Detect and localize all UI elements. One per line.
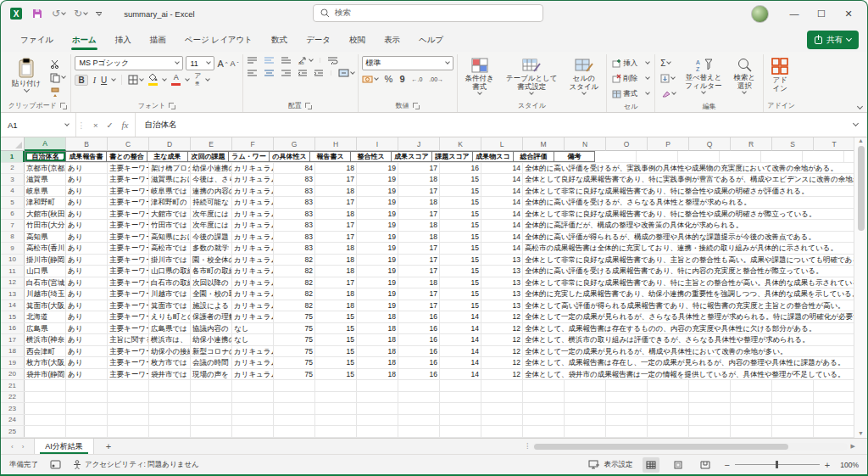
row-header-17[interactable]: 17 bbox=[1, 334, 25, 345]
name-box[interactable]: A1 bbox=[1, 113, 75, 137]
cell-issue[interactable]: 次年度には bbox=[191, 209, 232, 220]
cell-program[interactable]: カリキュラム bbox=[232, 209, 274, 220]
cell-score[interactable]: 14 bbox=[481, 232, 523, 243]
cell-issue[interactable]: 今後の課題 bbox=[191, 232, 232, 243]
cell-score[interactable]: 18 bbox=[315, 209, 357, 220]
close-button[interactable]: ✕ bbox=[835, 2, 862, 25]
row-header-23[interactable]: 23 bbox=[1, 403, 25, 414]
cell-score[interactable]: 82 bbox=[274, 288, 315, 300]
ribbon-tab-2[interactable]: 挿入 bbox=[108, 30, 139, 52]
empty-cell[interactable] bbox=[357, 426, 398, 437]
cell-program[interactable]: カリキュラム bbox=[232, 277, 274, 288]
cell-municipality[interactable]: 北海道 bbox=[25, 311, 66, 322]
vertical-scrollbar[interactable]: ▲ ▼ bbox=[854, 137, 867, 438]
header-cell-8[interactable]: 整合性ス bbox=[350, 151, 392, 162]
increase-decimal-button[interactable]: ←.0 bbox=[412, 76, 423, 82]
cell-score[interactable]: 17 bbox=[315, 277, 357, 288]
cell-program[interactable]: カリキュラム bbox=[232, 346, 274, 357]
column-header-H[interactable]: H bbox=[315, 137, 357, 151]
cell-issue[interactable]: 会議の時間 bbox=[191, 357, 232, 368]
cell-report[interactable]: あり bbox=[66, 334, 108, 345]
column-header-I[interactable]: I bbox=[357, 137, 398, 151]
empty-cell[interactable] bbox=[731, 426, 772, 437]
empty-cell[interactable] bbox=[108, 415, 149, 426]
column-header-S[interactable]: S bbox=[772, 137, 814, 151]
cell-alignment[interactable]: 主要キーワード bbox=[108, 232, 149, 243]
ribbon-tab-5[interactable]: 数式 bbox=[264, 30, 295, 52]
empty-cell[interactable] bbox=[595, 151, 637, 162]
empty-cell[interactable] bbox=[606, 380, 648, 391]
cell-score[interactable]: 17 bbox=[315, 220, 357, 231]
insert-function-icon[interactable]: fx bbox=[122, 120, 129, 130]
empty-cell[interactable] bbox=[523, 392, 565, 403]
cell-alignment[interactable]: 主要キーワード bbox=[108, 220, 149, 231]
cell-score[interactable]: 15 bbox=[315, 357, 357, 368]
cell-result[interactable]: 津和野町の bbox=[149, 197, 191, 208]
empty-cell[interactable] bbox=[25, 380, 66, 391]
cell-score[interactable]: 17 bbox=[398, 255, 440, 266]
empty-cell[interactable] bbox=[315, 392, 357, 403]
cell-score[interactable]: 14 bbox=[481, 197, 523, 208]
empty-cell[interactable] bbox=[25, 426, 66, 437]
cell-score[interactable]: 82 bbox=[274, 300, 315, 311]
cell-report[interactable]: あり bbox=[66, 163, 108, 174]
align-middle-icon[interactable] bbox=[264, 57, 275, 64]
cell-score[interactable]: 18 bbox=[315, 255, 357, 266]
cell-score[interactable]: 18 bbox=[398, 197, 440, 208]
clear-button[interactable] bbox=[659, 87, 677, 101]
font-size-select[interactable]: 11 bbox=[186, 56, 214, 70]
cell-score[interactable]: 16 bbox=[398, 357, 440, 368]
cell-score[interactable]: 18 bbox=[357, 334, 398, 345]
cell-score[interactable]: 83 bbox=[274, 209, 315, 220]
cell-score[interactable]: 15 bbox=[315, 323, 357, 334]
cell-score[interactable]: 15 bbox=[440, 266, 481, 277]
cell-score[interactable]: 14 bbox=[440, 369, 481, 380]
column-header-J[interactable]: J bbox=[398, 137, 440, 151]
user-avatar[interactable] bbox=[751, 5, 769, 23]
cell-score[interactable]: 13 bbox=[481, 255, 523, 266]
cell-result[interactable]: 横浜市は、 bbox=[149, 334, 191, 345]
cell-score[interactable]: 18 bbox=[357, 346, 398, 357]
fill-color-button[interactable] bbox=[148, 74, 158, 86]
empty-cell[interactable] bbox=[648, 403, 689, 414]
ribbon-tab-6[interactable]: データ bbox=[298, 30, 338, 52]
cell-score[interactable]: 19 bbox=[357, 300, 398, 311]
empty-cell[interactable] bbox=[191, 403, 232, 414]
empty-cell[interactable] bbox=[565, 380, 606, 391]
cell-evaluation[interactable]: 全体的に高い評価を受けるが、さらなる具体性と整理が求められる。 bbox=[523, 197, 854, 208]
header-cell-10[interactable]: 課題スコア bbox=[431, 151, 473, 162]
sheet-tab-active[interactable]: AI分析結果 bbox=[34, 439, 94, 454]
empty-cell[interactable] bbox=[108, 403, 149, 414]
row-header-7[interactable]: 7 bbox=[1, 220, 25, 231]
cell-score[interactable]: 15 bbox=[440, 186, 481, 197]
empty-cell[interactable] bbox=[523, 380, 565, 391]
cell-evaluation[interactable]: 全体として良好な成果報告書であり、特に実践事例が豊富であるが、構成やエビデンスに… bbox=[523, 174, 854, 185]
cell-score[interactable]: 19 bbox=[357, 197, 398, 208]
row-header-25[interactable]: 25 bbox=[1, 426, 25, 437]
cell-evaluation[interactable]: 全体として非常に良好な成果報告書であり、特に整合性や成果の明確さが評価される。 bbox=[523, 186, 854, 197]
cell-score[interactable]: 83 bbox=[274, 243, 315, 254]
cell-result[interactable]: 広島県では bbox=[149, 323, 191, 334]
cell-report[interactable]: あり bbox=[66, 288, 108, 300]
row-header-19[interactable]: 19 bbox=[1, 357, 25, 368]
empty-cell[interactable] bbox=[440, 392, 481, 403]
formula-bar-expand-icon[interactable] bbox=[843, 113, 867, 137]
cell-score[interactable]: 83 bbox=[274, 220, 315, 231]
cell-score[interactable]: 18 bbox=[315, 266, 357, 277]
cell-program[interactable]: カリキュラム bbox=[232, 255, 274, 266]
cell-score[interactable]: 18 bbox=[315, 243, 357, 254]
row-header-3[interactable]: 3 bbox=[1, 174, 25, 185]
cell-program[interactable]: カリキュラム bbox=[232, 186, 274, 197]
clipboard-dialog-launcher[interactable] bbox=[60, 103, 67, 109]
align-left-icon[interactable] bbox=[247, 70, 258, 77]
maximize-button[interactable]: ☐ bbox=[808, 2, 835, 25]
empty-cell[interactable] bbox=[440, 380, 481, 391]
cell-score[interactable]: 17 bbox=[398, 186, 440, 197]
header-cell-7[interactable]: 報告書ス bbox=[309, 151, 351, 162]
empty-cell[interactable] bbox=[108, 426, 149, 437]
cell-score[interactable]: 17 bbox=[398, 300, 440, 311]
empty-cell[interactable] bbox=[523, 415, 565, 426]
cell-score[interactable]: 15 bbox=[440, 255, 481, 266]
cell-score[interactable]: 18 bbox=[315, 288, 357, 300]
add-sheet-button[interactable]: + bbox=[94, 441, 123, 451]
